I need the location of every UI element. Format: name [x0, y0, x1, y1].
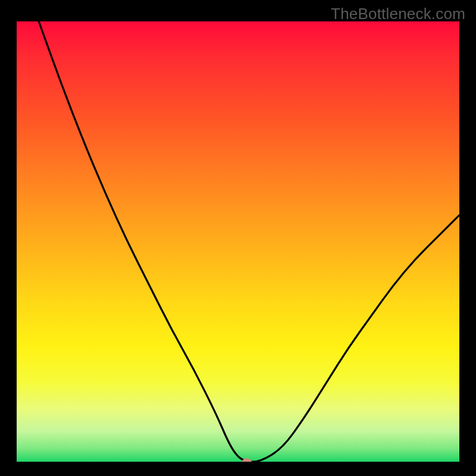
curve-layer: [17, 21, 459, 462]
chart-frame: TheBottleneck.com: [0, 0, 476, 476]
plot-area: [17, 21, 459, 462]
bottleneck-curve: [39, 21, 459, 462]
watermark-text: TheBottleneck.com: [331, 5, 465, 23]
optimum-marker: [242, 458, 252, 462]
